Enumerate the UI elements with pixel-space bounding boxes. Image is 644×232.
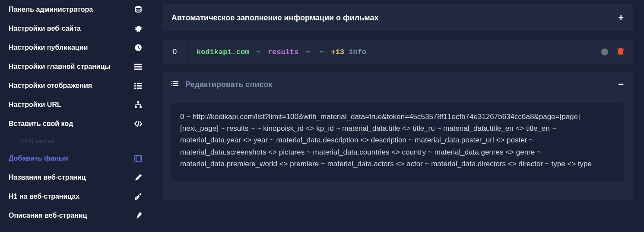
sitemap-icon <box>134 100 143 109</box>
sidebar: Панель администратора Настройки веб-сайт… <box>0 0 151 232</box>
sidebar-item-add-movie[interactable]: Добавить фильм <box>0 149 151 168</box>
edit-list-header-left: Редактировать список <box>171 80 273 89</box>
sidebar-item-publication-settings[interactable]: Настройки публикации <box>0 38 151 57</box>
svg-rect-6 <box>137 83 142 84</box>
svg-rect-11 <box>137 101 140 103</box>
svg-point-24 <box>136 217 137 218</box>
sidebar-item-label: Названия веб-страниц <box>9 174 86 181</box>
sidebar-item-insert-code[interactable]: Вставить свой код <box>0 114 151 133</box>
sidebar-item-url-settings[interactable]: Настройки URL <box>0 95 151 114</box>
list-ol-icon <box>171 80 178 89</box>
sidebar-item-website-settings[interactable]: Настройки веб-сайта <box>0 19 151 38</box>
sidebar-item-label: Настройки веб-сайта <box>9 25 81 32</box>
svg-rect-25 <box>171 81 172 82</box>
config-separator: ~ <box>306 48 310 56</box>
sidebar-item-page-titles[interactable]: Названия веб-страниц <box>0 168 151 187</box>
panel-title: Автоматическое заполнение информации о ф… <box>171 13 378 23</box>
sidebar-item-label: Добавить фильм <box>9 155 68 162</box>
svg-rect-4 <box>134 69 142 70</box>
svg-point-23 <box>136 197 137 198</box>
sidebar-item-homepage-settings[interactable]: Настройки главной страницы <box>0 57 151 76</box>
config-summary[interactable]: kodikapi.com ~ results ~ ~ +13 info <box>188 40 601 64</box>
config-results: results <box>268 48 298 56</box>
config-info-label: info <box>349 48 366 56</box>
sidebar-item-h1-pages[interactable]: H1 на веб-страницах <box>0 187 151 206</box>
svg-rect-3 <box>134 66 142 68</box>
svg-rect-10 <box>137 88 142 89</box>
svg-rect-2 <box>134 64 142 65</box>
svg-rect-30 <box>173 85 178 86</box>
sidebar-item-label: Описания веб-страниц <box>9 212 87 219</box>
edit-list-title: Редактировать список <box>185 80 273 89</box>
edit-list-panel: Редактировать список − <box>162 72 633 200</box>
svg-rect-27 <box>171 83 172 84</box>
list-icon <box>134 81 143 90</box>
config-separator: ~ <box>320 48 324 56</box>
sidebar-item-label: H1 на веб-страницах <box>9 193 79 200</box>
sidebar-item-label: Панель администратора <box>9 6 93 13</box>
svg-rect-9 <box>134 88 136 89</box>
film-icon <box>134 154 143 163</box>
svg-rect-13 <box>140 106 142 108</box>
edit-list-header: Редактировать список − <box>162 72 633 97</box>
svg-point-0 <box>135 6 141 8</box>
svg-rect-12 <box>135 106 137 108</box>
database-icon <box>134 5 143 14</box>
svg-rect-8 <box>137 85 142 87</box>
config-index: 0 <box>162 40 188 64</box>
pencil-icon <box>134 173 143 182</box>
main-content: Автоматическое заполнение информации о ф… <box>151 0 644 232</box>
autofill-panel: Автоматическое заполнение информации о ф… <box>162 4 633 31</box>
config-row: 0 kodikapi.com ~ results ~ ~ +13 info <box>162 40 633 64</box>
sidebar-item-label: Настройки URL <box>9 101 61 109</box>
config-textarea[interactable] <box>171 103 624 181</box>
delete-config-button[interactable] <box>617 47 625 57</box>
panel-header: Автоматическое заполнение информации о ф… <box>162 4 633 31</box>
config-actions <box>601 47 633 57</box>
clock-icon <box>134 43 143 52</box>
menu-icon <box>134 62 143 71</box>
pen-fancy-icon <box>134 211 143 220</box>
svg-rect-7 <box>134 85 136 87</box>
svg-rect-26 <box>173 81 178 82</box>
config-domain: kodikapi.com <box>197 48 249 56</box>
gear-icon <box>134 24 143 33</box>
svg-rect-29 <box>171 85 172 86</box>
status-indicator[interactable] <box>601 48 608 55</box>
sidebar-item-admin-panel[interactable]: Панель администратора <box>0 0 151 19</box>
textarea-container <box>162 97 633 200</box>
code-icon <box>134 119 143 128</box>
config-count: +13 <box>331 48 344 56</box>
svg-rect-5 <box>134 83 136 84</box>
sidebar-item-label: Настройки публикации <box>9 44 88 52</box>
sidebar-item-page-descriptions[interactable]: Описания веб-страниц <box>0 206 151 225</box>
sidebar-item-label: Настройки отображения <box>9 82 92 90</box>
add-config-button[interactable]: + <box>618 12 624 23</box>
sidebar-item-display-settings[interactable]: Настройки отображения <box>0 76 151 95</box>
sidebar-item-label: Настройки главной страницы <box>9 63 111 71</box>
pen-nib-icon <box>134 192 143 201</box>
collapse-button[interactable]: − <box>618 79 624 90</box>
sidebar-section-seo: SEO тексты <box>0 133 151 149</box>
config-separator: ~ <box>257 48 261 56</box>
svg-rect-28 <box>173 83 178 84</box>
sidebar-item-label: Вставить свой код <box>9 120 73 128</box>
